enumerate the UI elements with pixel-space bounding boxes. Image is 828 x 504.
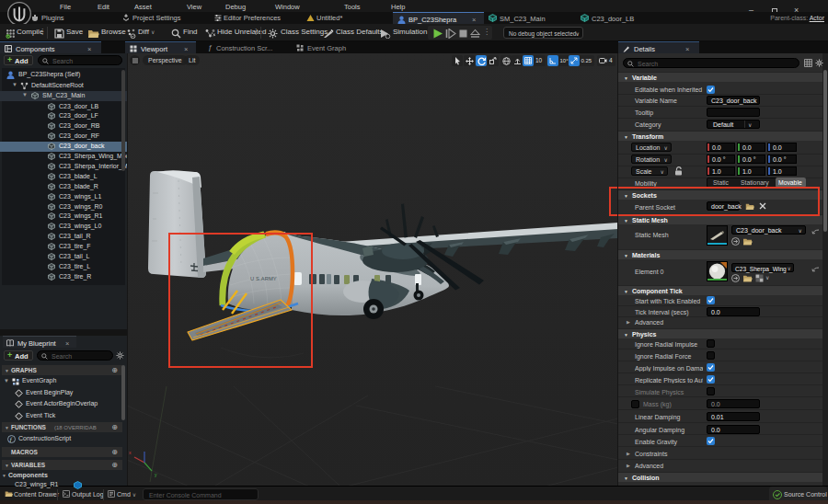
- svg-text:x: x: [129, 450, 132, 455]
- svg-text:f: f: [10, 436, 13, 442]
- svg-text:U S.ARMY: U S.ARMY: [250, 276, 277, 281]
